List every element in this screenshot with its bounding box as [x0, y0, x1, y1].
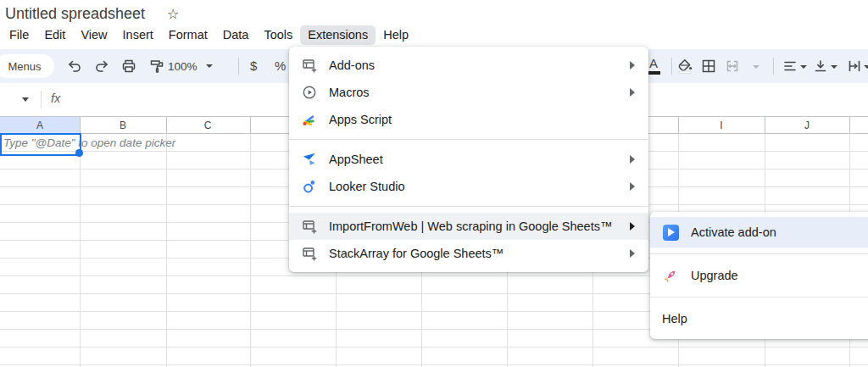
- header-divider: [80, 117, 81, 134]
- apps-script-icon: [301, 111, 318, 128]
- menu-file[interactable]: File: [2, 25, 36, 45]
- text-color-swatch: [648, 71, 660, 75]
- toolbar-divider: [238, 58, 239, 75]
- undo-icon: [67, 58, 82, 74]
- text-wrapping-icon: [847, 58, 862, 74]
- fx-icon: fx: [51, 92, 60, 105]
- fill-handle[interactable]: [75, 149, 83, 157]
- text-wrapping-button[interactable]: [843, 55, 865, 77]
- paint-format-button[interactable]: [146, 55, 168, 77]
- menu-item-label: Apps Script: [329, 113, 392, 126]
- menu-item-apps-script[interactable]: Apps Script: [289, 106, 648, 133]
- add-on-icon: [301, 218, 318, 235]
- looker-studio-icon: [301, 178, 318, 195]
- add-on-icon: [301, 245, 318, 262]
- borders-button[interactable]: [698, 55, 720, 77]
- menu-insert[interactable]: Insert: [115, 25, 161, 45]
- submenu-arrow-icon: [630, 61, 635, 70]
- rocket-icon: [662, 267, 679, 284]
- importfromweb-submenu: Activate add-on Upgrade Help: [650, 212, 868, 339]
- merge-cells-button[interactable]: [721, 55, 743, 77]
- grid-vline: [166, 116, 167, 367]
- submenu-item-activate-add-on[interactable]: Activate add-on: [650, 217, 868, 247]
- redo-icon: [94, 58, 109, 74]
- menu-item-importfromweb[interactable]: ImportFromWeb | Web scraping in Google S…: [289, 213, 648, 240]
- sheets-app: Untitled spreadsheet ☆ File Edit View In…: [0, 0, 868, 367]
- submenu-arrow-icon: [630, 88, 635, 97]
- column-header-b[interactable]: B: [120, 120, 126, 131]
- vertical-align-button[interactable]: [810, 55, 832, 77]
- column-header-a[interactable]: A: [36, 120, 43, 131]
- horizontal-align-dropdown[interactable]: [800, 65, 807, 69]
- star-icon[interactable]: ☆: [167, 6, 179, 22]
- chevron-down-icon: [206, 64, 213, 68]
- add-on-icon: [301, 57, 318, 74]
- menu-item-stackarray[interactable]: StackArray for Google Sheets™: [289, 240, 648, 267]
- horizontal-align-button[interactable]: [779, 55, 801, 77]
- undo-button[interactable]: [64, 55, 86, 77]
- header-divider: [250, 117, 251, 134]
- zoom-value: 100%: [168, 60, 198, 73]
- submenu-item-label: Help: [662, 312, 687, 325]
- menu-item-label: AppSheet: [329, 153, 383, 166]
- merge-cells-icon: [725, 58, 740, 74]
- submenu-item-label: Upgrade: [691, 269, 738, 282]
- fill-color-icon: [677, 58, 693, 74]
- header-divider: [849, 117, 850, 134]
- column-header-c[interactable]: C: [204, 120, 212, 131]
- menu-item-label: Add-ons: [329, 58, 375, 72]
- title-bar: Untitled spreadsheet ☆: [0, 0, 868, 25]
- column-header-i[interactable]: I: [720, 120, 722, 131]
- menu-item-appsheet[interactable]: AppSheet: [289, 146, 648, 173]
- vertical-align-dropdown[interactable]: [831, 65, 837, 69]
- vertical-align-bottom-icon: [813, 58, 828, 74]
- column-header-j[interactable]: J: [804, 120, 810, 131]
- menu-divider: [650, 253, 868, 254]
- align-left-icon: [782, 58, 798, 74]
- menu-divider: [289, 139, 648, 140]
- menu-divider: [650, 297, 868, 297]
- menus-button[interactable]: Menus: [0, 54, 54, 78]
- menu-item-label: Macros: [329, 86, 370, 99]
- document-title[interactable]: Untitled spreadsheet: [5, 5, 145, 23]
- menu-format[interactable]: Format: [161, 25, 215, 45]
- formula-bar-divider: [41, 91, 42, 108]
- menu-item-label: StackArray for Google Sheets™: [329, 247, 504, 260]
- submenu-item-label: Activate add-on: [691, 225, 776, 239]
- header-divider: [678, 117, 679, 134]
- print-icon: [121, 58, 136, 74]
- format-currency-button[interactable]: $: [250, 58, 257, 73]
- header-divider: [765, 117, 765, 134]
- redo-button[interactable]: [91, 55, 113, 77]
- extensions-menu: Add-ons Macros Apps Script AppSheet: [289, 47, 648, 272]
- header-divider: [166, 117, 167, 134]
- menu-extensions[interactable]: Extensions: [300, 25, 376, 45]
- menu-edit[interactable]: Edit: [36, 25, 73, 45]
- menu-item-macros[interactable]: Macros: [289, 79, 648, 106]
- borders-icon: [701, 58, 716, 74]
- name-box-dropdown[interactable]: [22, 97, 29, 102]
- format-percent-button[interactable]: %: [275, 58, 286, 73]
- menu-divider: [289, 206, 648, 207]
- submenu-arrow-icon: [630, 182, 635, 191]
- submenu-arrow-icon: [630, 222, 635, 231]
- menu-view[interactable]: View: [73, 25, 114, 45]
- menu-item-add-ons[interactable]: Add-ons: [289, 52, 648, 79]
- menu-item-looker-studio[interactable]: Looker Studio: [289, 173, 648, 200]
- text-wrapping-dropdown[interactable]: [864, 65, 868, 69]
- menu-help[interactable]: Help: [376, 25, 416, 45]
- paint-format-icon: [149, 58, 164, 74]
- selected-cell-a1[interactable]: [0, 133, 81, 156]
- menu-tools[interactable]: Tools: [256, 25, 300, 45]
- menu-data[interactable]: Data: [215, 25, 257, 45]
- zoom-select[interactable]: 100%: [168, 56, 213, 76]
- submenu-item-upgrade[interactable]: Upgrade: [650, 260, 868, 291]
- submenu-arrow-icon: [630, 249, 635, 258]
- submenu-item-help[interactable]: Help: [650, 303, 868, 334]
- grid-vline: [250, 116, 251, 367]
- print-button[interactable]: [118, 55, 140, 77]
- fill-color-button[interactable]: [674, 55, 696, 77]
- merge-cells-dropdown[interactable]: [753, 65, 760, 69]
- toolbar-divider: [671, 58, 672, 75]
- menu-item-label: ImportFromWeb | Web scraping in Google S…: [329, 220, 612, 233]
